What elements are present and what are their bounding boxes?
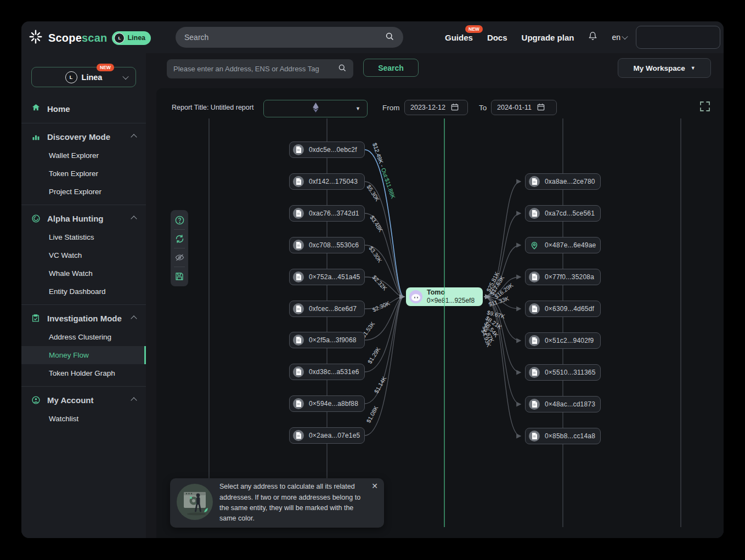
save-button[interactable] <box>171 268 188 285</box>
hide-eye-off-button[interactable] <box>171 249 188 266</box>
node-address: 0×752a...451a45 <box>309 273 360 281</box>
divider <box>21 304 146 305</box>
divider <box>21 386 146 387</box>
address-node[interactable]: 0×51c2...9402f9 <box>525 332 601 349</box>
sidebar-section-my-account[interactable]: My Account <box>21 391 146 410</box>
address-node[interactable]: 0×594e...a8bf88 <box>289 395 365 412</box>
node-address: 0xd38c...a531e6 <box>309 368 359 376</box>
to-date-input[interactable]: 2024-01-11 <box>491 100 557 115</box>
document-icon <box>529 303 540 314</box>
svg-text:$2.32K: $2.32K <box>371 274 388 292</box>
sidebar-item-home[interactable]: Home <box>21 98 146 119</box>
home-icon <box>31 103 41 114</box>
sidebar-item-address-clustering[interactable]: Address Clustering <box>21 328 146 346</box>
chevron-up-icon <box>131 216 137 222</box>
address-node[interactable]: 0×77f0...35208a <box>525 269 601 285</box>
address-node[interactable]: 0×5510...311365 <box>525 364 601 381</box>
document-icon <box>529 176 540 187</box>
close-icon[interactable]: ✕ <box>371 482 378 490</box>
target-icon <box>31 214 41 223</box>
sidebar-item-wallet-explorer[interactable]: Wallet Explorer <box>21 146 146 165</box>
sidebar-item-whale-watch[interactable]: Whale Watch <box>21 264 146 282</box>
address-node[interactable]: 0xdc5e...0ebc2f <box>289 142 365 158</box>
center-node-name: Tomo <box>427 289 475 297</box>
docs-link[interactable]: Docs <box>487 33 507 42</box>
document-icon <box>529 208 540 219</box>
sidebar-section-alpha-hunting[interactable]: Alpha Hunting <box>21 209 146 228</box>
workspace-button[interactable]: My Workspace▼ <box>618 58 711 78</box>
address-node[interactable]: 0×487e...6e49ae <box>525 237 601 253</box>
address-node[interactable]: 0xac76...3742d1 <box>289 205 365 222</box>
sidebar-item-money-flow[interactable]: Money Flow <box>21 346 146 364</box>
sidebar-item-project-explorer[interactable]: Project Explorer <box>21 183 146 201</box>
scopescan-logo-icon <box>28 29 43 47</box>
address-node[interactable]: 0×85b8...cc14a8 <box>525 428 601 444</box>
address-node[interactable]: 0xd38c...a531e6 <box>289 364 365 380</box>
address-node[interactable]: 0×2f5a...3f9068 <box>289 332 365 348</box>
document-icon <box>529 399 540 410</box>
help-button[interactable] <box>171 212 188 229</box>
fullscreen-icon[interactable] <box>699 100 711 112</box>
document-icon <box>293 271 304 282</box>
address-node[interactable]: 0×6309...4d65df <box>525 301 601 317</box>
chevron-down-icon <box>122 73 128 80</box>
address-node[interactable]: 0xfcec...8ce6d7 <box>289 301 365 317</box>
address-search-input[interactable]: Please enter an Address, ENS or Address … <box>167 59 353 78</box>
sidebar-section-discovery-mode[interactable]: Discovery Mode <box>21 127 146 146</box>
address-node[interactable]: 0xc708...5530c6 <box>289 237 365 253</box>
node-address: 0xf142...175043 <box>309 178 358 185</box>
address-node[interactable]: 0×752a...451a45 <box>289 269 365 285</box>
document-icon <box>293 430 304 441</box>
search-button[interactable]: Search <box>363 59 419 77</box>
sidebar-section-investigation-mode[interactable]: Investigation Mode <box>21 309 146 328</box>
node-address: 0×77f0...35208a <box>545 273 594 281</box>
document-icon <box>293 208 304 219</box>
hint-text: Select any address to calculate all its … <box>214 478 384 528</box>
address-node[interactable]: 0xa8ae...2ce780 <box>525 173 601 190</box>
guides-link[interactable]: GuidesNEW <box>445 33 473 42</box>
address-node[interactable]: 0×48ac...cd1873 <box>525 396 601 412</box>
node-address: 0xfcec...8ce6d7 <box>309 305 357 313</box>
document-icon <box>293 398 304 409</box>
token-select[interactable]: ▼ <box>263 100 368 117</box>
upgrade-plan-link[interactable]: Upgrade plan <box>522 33 574 42</box>
network-selector[interactable]: L Linea NEW <box>31 67 136 87</box>
brand[interactable]: Scopescan L Linea <box>28 29 151 47</box>
account-box[interactable] <box>636 26 720 49</box>
language-selector[interactable]: en <box>612 33 627 42</box>
report-title: Report Title: Untitled report <box>172 104 253 111</box>
node-address: 0×2aea...07e1e5 <box>309 432 360 439</box>
global-search-input[interactable]: Search <box>176 27 403 48</box>
document-icon <box>293 366 304 377</box>
sidebar-item-token-holder-graph[interactable]: Token Holder Graph <box>21 364 146 382</box>
center-node-address: 0×9e81...925ef8 <box>427 297 475 304</box>
location-pin-icon <box>529 240 540 251</box>
svg-text:$1.14K: $1.14K <box>373 375 387 394</box>
sidebar-item-watchlist[interactable]: Watchlist <box>21 410 146 428</box>
divider <box>21 205 146 205</box>
chain-badge: L Linea <box>112 31 151 45</box>
sidebar-item-token-explorer[interactable]: Token Explorer <box>21 165 146 183</box>
sidebar-nav: Discovery ModeWallet ExplorerToken Explo… <box>21 123 146 428</box>
refresh-button[interactable] <box>171 230 188 247</box>
svg-text:$1.08K: $1.08K <box>365 405 379 424</box>
bell-icon[interactable] <box>588 31 597 43</box>
sidebar-item-entity-dashboard[interactable]: Entity Dashboard <box>21 282 146 301</box>
node-address: 0xa8ae...2ce780 <box>545 178 595 185</box>
svg-text:$5.30K: $5.30K <box>365 184 381 202</box>
eth-icon <box>312 102 319 115</box>
address-node[interactable]: 0×2aea...07e1e5 <box>289 427 365 444</box>
sidebar-item-vc-watch[interactable]: VC Watch <box>21 246 146 264</box>
node-address: 0×51c2...9402f9 <box>545 337 594 344</box>
new-badge: NEW <box>97 64 114 71</box>
from-date-input[interactable]: 2023-12-12 <box>404 100 468 115</box>
address-node[interactable]: 0xf142...175043 <box>289 173 365 190</box>
center-node[interactable]: Tomo 0×9e81...925ef8 <box>406 287 483 306</box>
node-address: 0xdc5e...0ebc2f <box>309 146 357 154</box>
sidebar-item-live-statistics[interactable]: Live Statistics <box>21 228 146 246</box>
chevron-up-icon <box>131 315 137 321</box>
user-icon <box>31 395 41 405</box>
address-node[interactable]: 0xa7cd...5ce561 <box>525 205 601 222</box>
divider <box>21 123 146 123</box>
document-icon <box>529 367 540 378</box>
